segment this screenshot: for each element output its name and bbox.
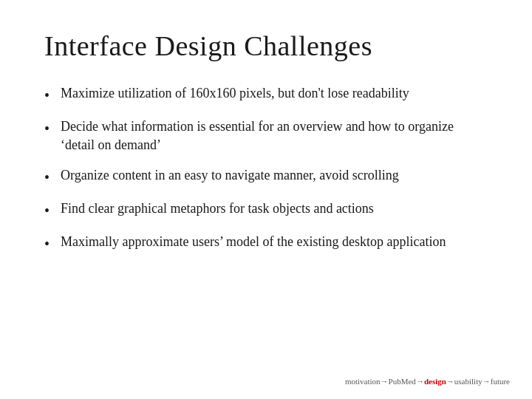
bullet-dot: • <box>44 85 61 106</box>
footer-arrow1: → <box>381 377 389 386</box>
bullet-list: • Maximize utilization of 160x160 pixels… <box>44 84 488 377</box>
list-item: • Maximally approximate users’ model of … <box>44 233 488 254</box>
bullet-text: Decide what information is essential for… <box>61 117 488 154</box>
list-item: • Decide what information is essential f… <box>44 117 488 154</box>
bullet-text: Maximally approximate users’ model of th… <box>61 233 488 251</box>
footer-arrow4: → <box>482 377 491 386</box>
footer-part4: usability <box>454 377 482 386</box>
bullet-dot: • <box>44 118 61 139</box>
bullet-text: Organize content in an easy to navigate … <box>61 166 488 185</box>
bullet-text: Maximize utilization of 160x160 pixels, … <box>61 84 488 103</box>
footer-part3: design <box>424 377 446 386</box>
footer-part1: motivation <box>345 377 381 386</box>
list-item: • Find clear graphical metaphors for tas… <box>44 200 488 221</box>
bullet-dot: • <box>44 167 61 188</box>
bullet-text: Find clear graphical metaphors for task … <box>61 200 488 218</box>
bullet-dot: • <box>44 200 61 221</box>
footer-navigation: motivation → PubMed → design → usability… <box>345 377 510 386</box>
footer-part5: future <box>491 377 510 386</box>
footer-arrow3: → <box>446 377 454 386</box>
bullet-dot: • <box>44 233 61 254</box>
footer-arrow2: → <box>416 377 424 386</box>
footer-part2: PubMed <box>389 377 416 386</box>
list-item: • Maximize utilization of 160x160 pixels… <box>44 84 488 106</box>
list-item: • Organize content in an easy to navigat… <box>44 166 488 188</box>
slide: Interface Design Challenges • Maximize u… <box>0 0 532 399</box>
slide-title: Interface Design Challenges <box>44 30 488 64</box>
